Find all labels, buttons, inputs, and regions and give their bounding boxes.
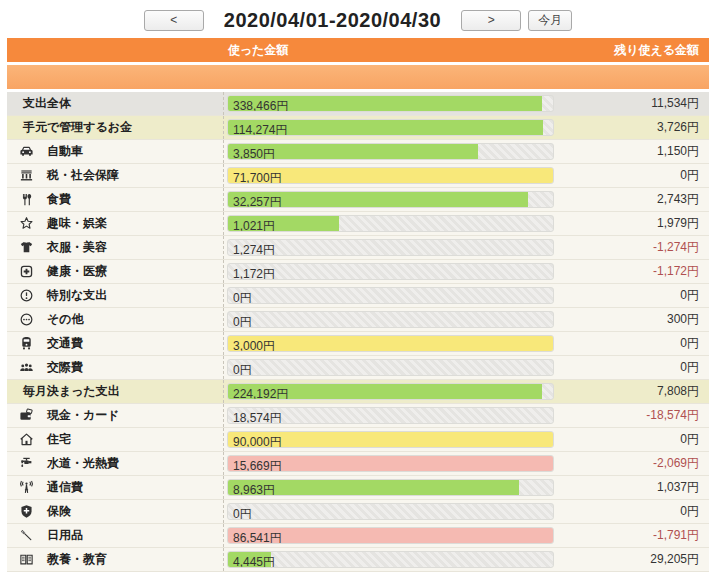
- spent-amount: 0円: [228, 291, 252, 304]
- spent-amount: 0円: [228, 363, 252, 376]
- spent-amount: 86,541円: [228, 531, 282, 544]
- budget-bar-track: 71,700円: [227, 167, 554, 184]
- table-row-health-medical[interactable]: 健康・医療 1,172円 -1,172円: [7, 260, 709, 284]
- budget-bar-track: 0円: [227, 311, 554, 328]
- spent-amount: 90,000円: [228, 435, 282, 448]
- category-label: 交際費: [47, 359, 83, 376]
- spent-amount: 1,274円: [228, 243, 275, 256]
- table-row-cash-card[interactable]: 現金・カード 18,574円 -18,574円: [7, 404, 709, 428]
- train-icon: [19, 336, 47, 351]
- house-icon: [19, 432, 47, 447]
- table-row-hobby-entertainment[interactable]: 趣味・娯楽 1,021円 1,979円: [7, 212, 709, 236]
- budget-bar-track: 1,021円: [227, 215, 554, 232]
- antenna-icon: [19, 480, 47, 495]
- spent-amount: 1,021円: [228, 219, 275, 232]
- budget-bar-track: 4,445円: [227, 551, 554, 568]
- remaining-amount: 1,979円: [554, 215, 709, 232]
- budget-bar-track: 114,274円: [227, 119, 554, 136]
- budget-bar-track: 15,669円: [227, 455, 554, 472]
- category-label: 交通費: [47, 335, 83, 352]
- table-row-total-spending[interactable]: 支出全体 338,466円 11,534円: [7, 92, 709, 116]
- spent-amount: 71,700円: [228, 171, 282, 184]
- table-row-other[interactable]: その他 0円 300円: [7, 308, 709, 332]
- next-month-button[interactable]: >: [461, 10, 521, 31]
- budget-bar-track: 3,000円: [227, 335, 554, 352]
- category-label: 健康・医療: [47, 263, 107, 280]
- remaining-amount: -18,574円: [554, 407, 709, 424]
- category-label: 趣味・娯楽: [47, 215, 107, 232]
- star-icon: [19, 216, 47, 231]
- budget-bar-track: 1,172円: [227, 263, 554, 280]
- toothbrush-icon: [19, 528, 47, 543]
- wallet-icon: [19, 408, 47, 423]
- people-icon: [19, 360, 47, 375]
- category-label: その他: [47, 311, 84, 328]
- table-row-education[interactable]: 教養・教育 4,445円 29,205円: [7, 548, 709, 572]
- remaining-amount: 1,150円: [554, 143, 709, 160]
- budget-bar-track: 90,000円: [227, 431, 554, 448]
- budget-bar-track: 338,466円: [227, 95, 554, 112]
- date-range-title: 2020/04/01-2020/04/30: [224, 9, 441, 32]
- table-row-insurance[interactable]: 保険 0円 0円: [7, 500, 709, 524]
- budget-bar-track: 8,963円: [227, 479, 554, 496]
- shield-icon: [19, 504, 47, 519]
- spent-amount: 8,963円: [228, 483, 275, 496]
- ellipsis-circle-icon: [19, 312, 47, 327]
- remaining-amount: 300円: [554, 311, 709, 328]
- budget-bar-track: 86,541円: [227, 527, 554, 544]
- category-label: 特別な支出: [47, 287, 107, 304]
- budget-bar-track: 0円: [227, 359, 554, 376]
- spent-amount: 114,274円: [228, 123, 288, 136]
- remaining-amount: 0円: [554, 359, 709, 376]
- table-rows: 支出全体 338,466円 11,534円 手元で管理するお金 114,274円…: [7, 92, 709, 572]
- remaining-amount: 1,037円: [554, 479, 709, 496]
- category-label: 現金・カード: [47, 407, 120, 424]
- spent-amount: 18,574円: [228, 411, 282, 424]
- previous-month-button[interactable]: <: [144, 10, 204, 31]
- medical-cross-icon: [19, 264, 47, 279]
- category-label: 保険: [47, 503, 71, 520]
- remaining-amount: 3,726円: [554, 119, 709, 136]
- table-row-social-expenses[interactable]: 交際費 0円 0円: [7, 356, 709, 380]
- table-row-daily-goods[interactable]: 日用品 86,541円 -1,791円: [7, 524, 709, 548]
- category-label: 手元で管理するお金: [23, 119, 132, 136]
- table-row-clothing-beauty[interactable]: 衣服・美容 1,274円 -1,274円: [7, 236, 709, 260]
- spent-amount: 0円: [228, 507, 252, 520]
- table-row-section-pocket-money[interactable]: 手元で管理するお金 114,274円 3,726円: [7, 116, 709, 140]
- exclamation-circle-icon: [19, 288, 47, 303]
- table-row-communication[interactable]: 通信費 8,963円 1,037円: [7, 476, 709, 500]
- budget-bar-track: 1,274円: [227, 239, 554, 256]
- category-label: 日用品: [47, 527, 83, 544]
- spent-amount: 4,445円: [228, 555, 275, 568]
- bank-icon: [19, 168, 47, 183]
- current-month-button[interactable]: 今月: [528, 10, 572, 31]
- table-row-tax-social-security[interactable]: 税・社会保障 71,700円 0円: [7, 164, 709, 188]
- cutlery-icon: [19, 192, 47, 207]
- table-row-section-fixed-monthly[interactable]: 毎月決まった支出 224,192円 7,808円: [7, 380, 709, 404]
- table-row-transportation[interactable]: 交通費 3,000円 0円: [7, 332, 709, 356]
- spent-amount: 32,257円: [228, 195, 282, 208]
- category-label: 水道・光熱費: [47, 455, 119, 472]
- category-label: 教養・教育: [47, 551, 107, 568]
- table-row-special-expenses[interactable]: 特別な支出 0円 0円: [7, 284, 709, 308]
- remaining-amount: -1,274円: [554, 239, 709, 256]
- budget-table: 使った金額 残り使える金額 支出全体 338,466円 11,534円 手元で管…: [7, 38, 709, 572]
- spent-amount: 338,466円: [228, 99, 288, 112]
- table-row-car[interactable]: 自動車 3,850円 1,150円: [7, 140, 709, 164]
- spent-amount: 224,192円: [228, 387, 288, 400]
- table-row-utilities[interactable]: 水道・光熱費 15,669円 -2,069円: [7, 452, 709, 476]
- table-row-food[interactable]: 食費 32,257円 2,743円: [7, 188, 709, 212]
- remaining-amount: 7,808円: [554, 383, 709, 400]
- remaining-amount: 0円: [554, 503, 709, 520]
- remaining-amount: 0円: [554, 335, 709, 352]
- category-label: 自動車: [47, 143, 83, 160]
- category-label: 通信費: [47, 479, 83, 496]
- date-navigation: < 2020/04/01-2020/04/30 > 今月: [0, 0, 716, 38]
- category-label: 衣服・美容: [47, 239, 107, 256]
- faucet-icon: [19, 456, 47, 471]
- spent-amount: 3,000円: [228, 339, 275, 352]
- table-row-housing[interactable]: 住宅 90,000円 0円: [7, 428, 709, 452]
- budget-bar-fill: [228, 336, 553, 351]
- category-label: 住宅: [47, 431, 71, 448]
- budget-bar-track: 18,574円: [227, 407, 554, 424]
